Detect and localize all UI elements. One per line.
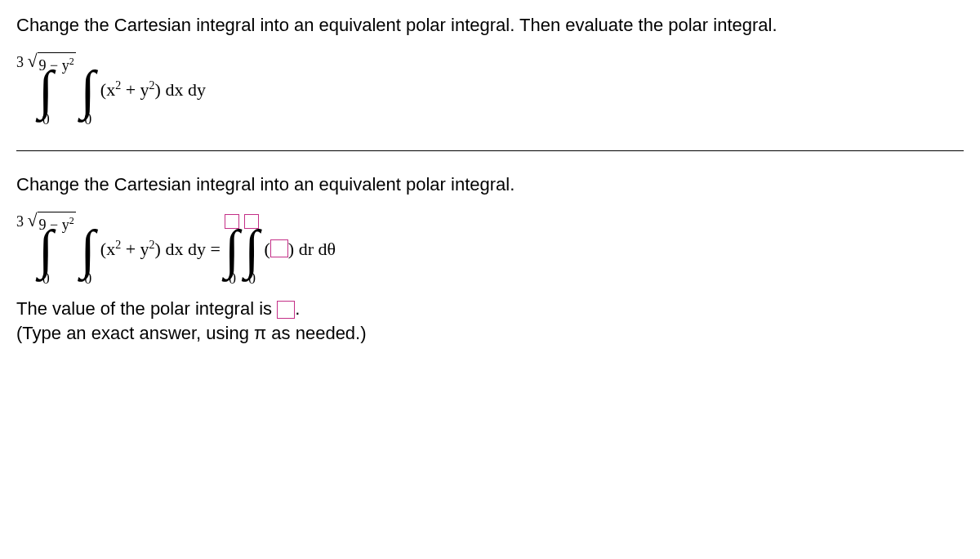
rhs-outer-integral: ∫ 0 [225, 212, 239, 287]
rhs-integrand: () dr dθ [265, 239, 336, 260]
inner-integral-sign: ∫ 0 [81, 52, 96, 127]
integrand: (x2 + y2) dx dy [100, 79, 206, 101]
rhs-inner-integral: ∫ 0 [244, 212, 259, 287]
lhs-outer-integral: 3 √ 9 − y2 ∫ 0 [16, 212, 76, 287]
value-input[interactable] [277, 301, 295, 319]
subprompt: Change the Cartesian integral into an eq… [16, 174, 964, 195]
outer-lower: 0 [42, 111, 50, 127]
lhs-integrand: (x2 + y2) dx dy = [100, 239, 225, 260]
conversion-equation: 3 √ 9 − y2 ∫ 0 ∫ 0 (x2 + y2) dx dy = ∫ 0… [16, 212, 336, 287]
divider [16, 150, 964, 151]
outer-upper-pre: 3 [16, 54, 24, 70]
outer-integral-sign: 3 √ 9 − y2 ∫ 0 [16, 52, 76, 127]
value-line: The value of the polar integral is . [16, 298, 964, 320]
given-integral: 3 √ 9 − y2 ∫ 0 ∫ 0 (x2 + y2) dx dy [16, 52, 206, 127]
question-prompt: Change the Cartesian integral into an eq… [16, 15, 964, 36]
integrand-input[interactable] [270, 239, 288, 257]
hint-line: (Type an exact answer, using π as needed… [16, 323, 964, 344]
lhs-inner-integral: ∫ 0 [81, 212, 96, 287]
